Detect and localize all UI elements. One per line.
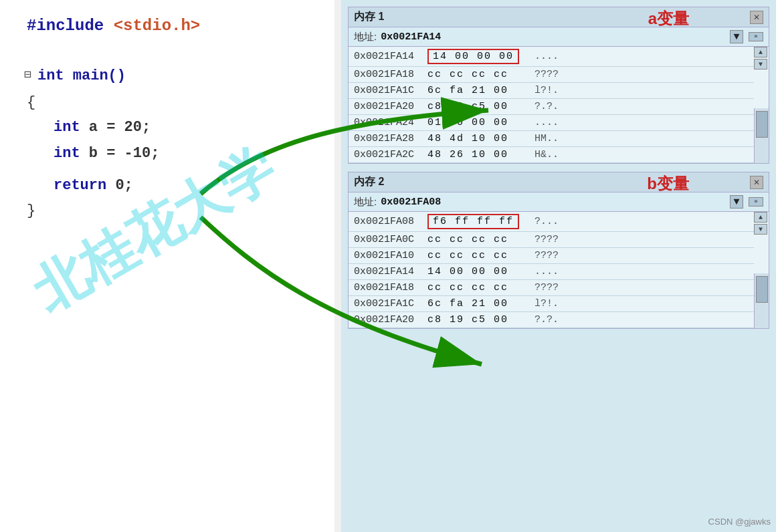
table-row: 0x0021FA14 14 00 00 00 .... — [349, 264, 754, 280]
addr-cell: 0x0021FA28 — [349, 131, 422, 147]
memory-2-header: 内存 2 ✕ — [349, 172, 769, 192]
addr-cell: 0x0021FA20 — [349, 99, 422, 115]
memory-2-title: 内存 2 — [354, 175, 384, 189]
addr-cell: 0x0021FA20 — [349, 312, 422, 328]
memory-1-addr-value: 0x0021FA14 — [381, 31, 441, 43]
scroll-up-button[interactable]: ▲ — [754, 212, 767, 223]
memory-1-content: 0x0021FA14 14 00 00 00 .... 0x0021FA18 c… — [349, 47, 769, 163]
main-marker: ⊟ — [24, 67, 31, 82]
memory-panel-1-wrapper: a变量 内存 1 ✕ 地址: 0x0021FA14 ▼ » 0x0021FA14… — [348, 7, 769, 164]
memory-1-title: 内存 1 — [354, 10, 384, 24]
table-row: 0x0021FA10 cc cc cc cc ???? — [349, 248, 754, 264]
include-keyword: #include — [27, 17, 114, 35]
angle-bracket-close: > — [191, 17, 200, 35]
memory-2-close-button[interactable]: ✕ — [750, 176, 763, 189]
memory-1-address-bar: 地址: 0x0021FA14 ▼ » — [349, 27, 769, 47]
ascii-cell: ?... — [529, 212, 754, 232]
hex-cell: 6c fa 21 00 — [422, 83, 529, 99]
table-row: 0x0021FA18 cc cc cc cc ???? — [349, 67, 754, 83]
memory-2-scroll-right[interactable]: » — [749, 197, 763, 207]
hex-cell: c8 19 c5 00 — [422, 99, 529, 115]
memory-1-header: 内存 1 ✕ — [349, 7, 769, 27]
ascii-cell: l?!. — [529, 296, 754, 312]
memory-1-scroll-right[interactable]: » — [749, 32, 763, 41]
memory-1-scroll-buttons: ▲ ▼ — [754, 47, 769, 71]
memory-2-addr-dropdown[interactable]: ▼ — [730, 195, 743, 209]
ascii-cell: .... — [529, 264, 754, 280]
table-row: 0x0021FA28 48 4d 10 00 HM.. — [349, 131, 754, 147]
hex-highlight: 14 00 00 00 — [427, 49, 519, 64]
memory-2-addr-label: 地址: — [354, 196, 377, 209]
memory-2-scroll-buttons: ▲ ▼ — [754, 212, 769, 236]
include-line: #include <stdio.h> — [27, 13, 328, 39]
hex-cell: 48 4d 10 00 — [422, 131, 529, 147]
table-row: 0x0021FA0C cc cc cc cc ???? — [349, 232, 754, 248]
memory-2-table: 0x0021FA08 f6 ff ff ff ?... 0x0021FA0C c… — [349, 212, 754, 328]
angle-bracket-open: < — [114, 17, 123, 35]
addr-cell: 0x0021FA0C — [349, 232, 422, 248]
table-row: 0x0021FA2C 48 26 10 00 H&.. — [349, 147, 754, 163]
hex-cell: 48 26 10 00 — [422, 147, 529, 163]
table-row: 0x0021FA08 f6 ff ff ff ?... — [349, 212, 754, 232]
memory-panel-2-wrapper: b变量 内存 2 ✕ 地址: 0x0021FA08 ▼ » 0x0021FA08… — [348, 172, 769, 329]
memory-2-scrollbar[interactable] — [754, 273, 769, 328]
memory-2-scrollbar-thumb[interactable] — [756, 276, 768, 303]
addr-cell: 0x0021FA2C — [349, 147, 422, 163]
table-row: 0x0021FA20 c8 19 c5 00 ?.?. — [349, 99, 754, 115]
hex-cell: cc cc cc cc — [422, 280, 529, 296]
hex-cell: cc cc cc cc — [422, 232, 529, 248]
code-panel: #include <stdio.h> ⊟ int main() { int a … — [0, 0, 334, 532]
addr-cell: 0x0021FA10 — [349, 248, 422, 264]
table-row: 0x0021FA18 cc cc cc cc ???? — [349, 280, 754, 296]
ascii-cell: H&.. — [529, 147, 754, 163]
memory-2-content: 0x0021FA08 f6 ff ff ff ?... 0x0021FA0C c… — [349, 212, 769, 328]
memory-1-scrollbar[interactable] — [754, 108, 769, 163]
ascii-cell: l?!. — [529, 83, 754, 99]
csdn-watermark: CSDN @gjawks — [708, 517, 771, 527]
ascii-cell: ?.?. — [529, 312, 754, 328]
addr-cell: 0x0021FA08 — [349, 212, 422, 232]
addr-cell: 0x0021FA24 — [349, 115, 422, 131]
ascii-cell: ?.?. — [529, 99, 754, 115]
memory-1-close-button[interactable]: ✕ — [750, 11, 763, 24]
scroll-down-button[interactable]: ▼ — [754, 224, 767, 235]
hex-cell: c8 19 c5 00 — [422, 312, 529, 328]
addr-cell: 0x0021FA1C — [349, 83, 422, 99]
table-row: 0x0021FA1C 6c fa 21 00 l?!. — [349, 83, 754, 99]
hex-cell: cc cc cc cc — [422, 67, 529, 83]
memory-panels-container: a变量 内存 1 ✕ 地址: 0x0021FA14 ▼ » 0x0021FA14… — [341, 0, 776, 532]
var-b-line: int b = -10; — [54, 140, 328, 167]
scroll-up-button[interactable]: ▲ — [754, 47, 767, 57]
memory-2-addr-value: 0x0021FA08 — [381, 196, 441, 208]
ascii-cell: .... — [529, 47, 754, 67]
addr-cell: 0x0021FA18 — [349, 67, 422, 83]
hex-cell: 01 00 00 00 — [422, 115, 529, 131]
scroll-down-button[interactable]: ▼ — [754, 59, 767, 70]
main-def-line: int main() — [37, 64, 328, 88]
addr-cell: 0x0021FA1C — [349, 296, 422, 312]
memory-2-address-bar: 地址: 0x0021FA08 ▼ » — [349, 192, 769, 212]
memory-1-table: 0x0021FA14 14 00 00 00 .... 0x0021FA18 c… — [349, 47, 754, 163]
ascii-cell: ???? — [529, 248, 754, 264]
main-func: main() — [73, 68, 126, 84]
include-filename: stdio.h — [123, 17, 191, 35]
hex-cell: f6 ff ff ff — [422, 212, 529, 232]
ascii-cell: ???? — [529, 67, 754, 83]
memory-1-scrollbar-thumb[interactable] — [756, 111, 768, 138]
memory-panel-2: 内存 2 ✕ 地址: 0x0021FA08 ▼ » 0x0021FA08 f6 … — [348, 172, 769, 329]
memory-1-addr-label: 地址: — [354, 31, 377, 43]
annotation-a: a变量 — [648, 8, 689, 29]
hex-highlight: f6 ff ff ff — [427, 214, 519, 229]
brace-open-line: { — [27, 91, 328, 114]
ascii-cell: ???? — [529, 232, 754, 248]
hex-cell: 14 00 00 00 — [422, 264, 529, 280]
var-a-line: int a = 20; — [54, 114, 328, 141]
ascii-cell: .... — [529, 115, 754, 131]
addr-cell: 0x0021FA18 — [349, 280, 422, 296]
addr-cell: 0x0021FA14 — [349, 264, 422, 280]
ascii-cell: HM.. — [529, 131, 754, 147]
int-keyword: int — [37, 68, 73, 84]
table-row: 0x0021FA14 14 00 00 00 .... — [349, 47, 754, 67]
memory-1-addr-dropdown[interactable]: ▼ — [730, 30, 743, 43]
return-line: return 0; — [54, 172, 328, 199]
